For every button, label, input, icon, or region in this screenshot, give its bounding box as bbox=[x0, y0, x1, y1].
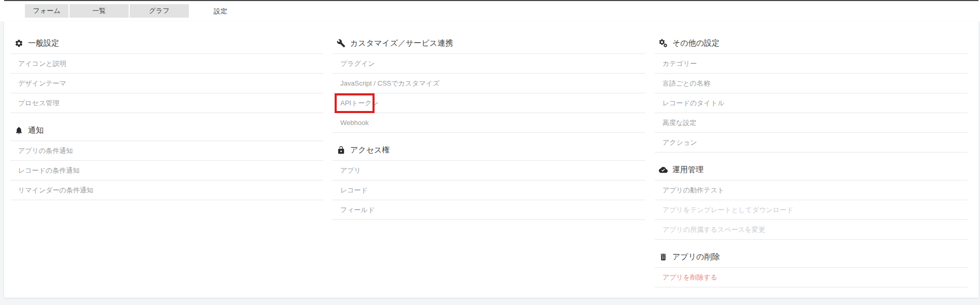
settings-item-label: リマインダーの条件通知 bbox=[18, 186, 93, 194]
settings-item[interactable]: アプリ bbox=[333, 161, 645, 181]
settings-item-label: 高度な設定 bbox=[662, 119, 696, 127]
settings-item[interactable]: アクション bbox=[655, 133, 968, 152]
tab-form[interactable]: フォーム bbox=[25, 4, 68, 18]
settings-item-label: Webhook bbox=[340, 119, 369, 127]
trash-icon bbox=[659, 253, 668, 261]
settings-item[interactable]: カテゴリー bbox=[655, 54, 968, 74]
settings-item-label: 言語ごとの名称 bbox=[662, 79, 710, 87]
settings-column-2: カスタマイズ／サービス連携プラグインJavaScript / CSSでカスタマイ… bbox=[333, 33, 645, 220]
settings-item[interactable]: プロセス管理 bbox=[10, 93, 323, 113]
settings-item[interactable]: リマインダーの条件通知 bbox=[10, 181, 323, 200]
settings-item[interactable]: 高度な設定 bbox=[655, 113, 968, 133]
section-heading: アクセス権 bbox=[333, 140, 645, 161]
section-heading: カスタマイズ／サービス連携 bbox=[333, 33, 645, 54]
settings-item[interactable]: レコードのタイトル bbox=[655, 93, 968, 113]
settings-item[interactable]: アイコンと説明 bbox=[10, 54, 323, 74]
app-settings-panel: 一般設定アイコンと説明デザインテーマプロセス管理通知アプリの条件通知レコードの条… bbox=[4, 21, 978, 298]
settings-section: カスタマイズ／サービス連携プラグインJavaScript / CSSでカスタマイ… bbox=[333, 33, 645, 133]
settings-item-label: デザインテーマ bbox=[18, 79, 66, 87]
section-heading: 通知 bbox=[10, 120, 323, 141]
top-divider-line bbox=[4, 0, 978, 1]
gears-icon bbox=[659, 39, 668, 48]
section-title: アプリの削除 bbox=[672, 252, 720, 262]
settings-item[interactable]: アプリを削除する bbox=[655, 268, 968, 287]
settings-item[interactable]: フィールド bbox=[333, 200, 645, 220]
bell-icon bbox=[15, 126, 23, 135]
settings-section: アクセス権アプリレコードフィールド bbox=[333, 140, 645, 220]
settings-item-label: アプリの所属するスペースを変更 bbox=[662, 226, 765, 233]
settings-item-label: APIトークン bbox=[340, 99, 379, 107]
settings-item[interactable]: デザインテーマ bbox=[10, 74, 323, 93]
settings-item-label: レコードのタイトル bbox=[662, 99, 724, 107]
settings-item-label: アプリを削除する bbox=[662, 273, 717, 281]
settings-item[interactable]: Webhook bbox=[333, 113, 645, 133]
settings-item-label: アプリの動作テスト bbox=[662, 186, 724, 194]
settings-item-label: アイコンと説明 bbox=[18, 60, 66, 67]
annotation-box bbox=[335, 93, 375, 113]
settings-section: 一般設定アイコンと説明デザインテーマプロセス管理 bbox=[10, 33, 323, 113]
section-heading: アプリの削除 bbox=[655, 247, 968, 268]
tab-bar: フォーム一覧グラフ設定 bbox=[25, 4, 251, 21]
settings-section: アプリの削除アプリを削除する bbox=[655, 247, 968, 287]
settings-item[interactable]: アプリの条件通知 bbox=[10, 141, 323, 161]
settings-item-label: アプリをテンプレートとしてダウンロード bbox=[662, 206, 793, 214]
settings-item-label: フィールド bbox=[340, 206, 375, 214]
settings-item-label: アクション bbox=[662, 138, 697, 146]
settings-columns: 一般設定アイコンと説明デザインテーマプロセス管理通知アプリの条件通知レコードの条… bbox=[10, 33, 968, 287]
cloud-check-icon bbox=[659, 165, 668, 174]
section-title: アクセス権 bbox=[350, 145, 390, 155]
section-title: 運用管理 bbox=[672, 165, 703, 175]
settings-item: アプリの所属するスペースを変更 bbox=[655, 220, 968, 240]
settings-item-label: アプリの条件通知 bbox=[18, 147, 73, 155]
section-heading: 一般設定 bbox=[10, 33, 323, 54]
settings-item[interactable]: 言語ごとの名称 bbox=[655, 74, 968, 93]
settings-item[interactable]: アプリの動作テスト bbox=[655, 181, 968, 200]
wrench-icon bbox=[337, 39, 346, 48]
section-title: カスタマイズ／サービス連携 bbox=[350, 38, 453, 48]
section-title: その他の設定 bbox=[672, 38, 720, 48]
unlock-icon bbox=[337, 146, 346, 155]
settings-item[interactable]: レコード bbox=[333, 181, 645, 200]
settings-item-label: アプリ bbox=[340, 167, 361, 174]
section-title: 一般設定 bbox=[28, 38, 59, 48]
settings-item-api-token[interactable]: APIトークン bbox=[333, 93, 645, 113]
settings-item[interactable]: レコードの条件通知 bbox=[10, 161, 323, 181]
settings-column-1: 一般設定アイコンと説明デザインテーマプロセス管理通知アプリの条件通知レコードの条… bbox=[10, 33, 323, 200]
settings-item-label: レコード bbox=[340, 186, 368, 194]
settings-item: アプリをテンプレートとしてダウンロード bbox=[655, 200, 968, 220]
section-title: 通知 bbox=[28, 126, 44, 135]
settings-item-label: JavaScript / CSSでカスタマイズ bbox=[340, 79, 439, 87]
tab-list[interactable]: 一覧 bbox=[70, 4, 129, 18]
settings-section: 通知アプリの条件通知レコードの条件通知リマインダーの条件通知 bbox=[10, 120, 323, 200]
section-heading: その他の設定 bbox=[655, 33, 968, 54]
tab-graph[interactable]: グラフ bbox=[130, 4, 189, 18]
tab-settings[interactable]: 設定 bbox=[190, 4, 251, 21]
section-heading: 運用管理 bbox=[655, 160, 968, 181]
settings-item-label: プラグイン bbox=[340, 60, 375, 67]
settings-item[interactable]: JavaScript / CSSでカスタマイズ bbox=[333, 74, 645, 93]
gear-icon bbox=[15, 39, 23, 48]
settings-item-label: カテゴリー bbox=[662, 60, 697, 67]
settings-item-label: レコードの条件通知 bbox=[18, 167, 79, 174]
settings-column-3: その他の設定カテゴリー言語ごとの名称レコードのタイトル高度な設定アクション運用管… bbox=[655, 33, 968, 287]
settings-item-label: プロセス管理 bbox=[18, 99, 59, 107]
settings-item[interactable]: プラグイン bbox=[333, 54, 645, 74]
settings-section: その他の設定カテゴリー言語ごとの名称レコードのタイトル高度な設定アクション bbox=[655, 33, 968, 152]
settings-section: 運用管理アプリの動作テストアプリをテンプレートとしてダウンロードアプリの所属する… bbox=[655, 160, 968, 240]
